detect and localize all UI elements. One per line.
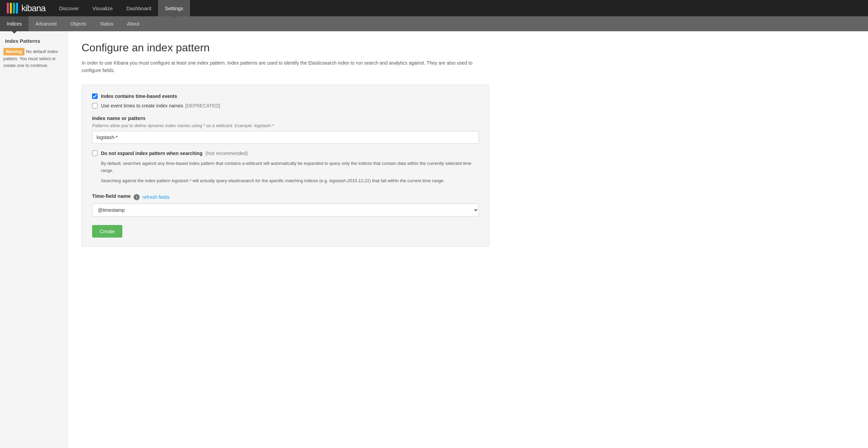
subnav-status[interactable]: Status [93, 16, 120, 31]
expand-desc2: Searching against the index pattern logs… [101, 177, 479, 185]
expand-desc2-italic2: logstash-2015.12.21 [329, 178, 369, 183]
time-field-header: Time-field name i refresh fields [92, 193, 479, 201]
time-based-row: Index contains time-based events [92, 93, 479, 99]
top-navbar: kibana Discover Visualize Dashboard Sett… [0, 0, 868, 16]
time-field-section: Time-field name i refresh fields @timest… [92, 193, 479, 217]
nav-dashboard[interactable]: Dashboard [120, 0, 158, 16]
index-name-hint: Patterns allow you to define dynamic ind… [92, 123, 479, 128]
expand-desc2-middle: will actually query elasticsearch for th… [191, 178, 329, 183]
page-description: In order to use Kibana you must configur… [82, 59, 489, 74]
subnav-objects[interactable]: Objects [64, 16, 93, 31]
info-icon[interactable]: i [134, 194, 140, 200]
logo-bar-blue [16, 3, 18, 14]
subnav-indices[interactable]: Indices [0, 16, 29, 31]
expand-desc2-italic1: logstash-* [172, 178, 191, 183]
kibana-logo: kibana [0, 0, 52, 16]
create-button[interactable]: Create [92, 225, 122, 238]
event-times-checkbox[interactable] [92, 103, 98, 108]
time-based-checkbox[interactable] [92, 93, 98, 99]
kibana-logo-text: kibana [21, 3, 46, 14]
not-expand-section: Do not expand index pattern when searchi… [92, 151, 479, 185]
not-expand-label: Do not expand index pattern when searchi… [101, 151, 248, 156]
index-name-input[interactable] [92, 131, 479, 144]
not-expand-row: Do not expand index pattern when searchi… [92, 151, 479, 156]
time-field-select[interactable]: @timestamp [92, 204, 479, 217]
sidebar-title: Index Patterns [0, 38, 68, 48]
nav-visualize[interactable]: Visualize [86, 0, 120, 16]
nav-discover[interactable]: Discover [52, 0, 86, 16]
top-nav-items: Discover Visualize Dashboard Settings [52, 0, 190, 16]
refresh-fields-link[interactable]: refresh fields [142, 194, 170, 200]
expand-description: By default, searches against any time-ba… [101, 160, 479, 185]
time-based-label[interactable]: Index contains time-based events [101, 93, 177, 99]
sub-navbar: Indices Advanced Objects Status About [0, 16, 868, 31]
main-content: Configure an index pattern In order to u… [68, 31, 868, 448]
form-panel: Index contains time-based events Use eve… [82, 85, 489, 246]
expand-desc1: By default, searches against any time-ba… [101, 160, 479, 174]
logo-bars [7, 3, 18, 14]
subnav-advanced[interactable]: Advanced [29, 16, 63, 31]
deprecated-tag: [DEPRECATED] [185, 103, 220, 108]
time-field-label: Time-field name [92, 193, 131, 199]
expand-desc2-suffix: ) that fall within the current time rang… [369, 178, 445, 183]
main-layout: Index Patterns WarningNo default index p… [0, 31, 868, 448]
expand-desc2-prefix: Searching against the index pattern [101, 178, 172, 183]
warning-badge: Warning [3, 48, 24, 55]
subnav-about[interactable]: About [120, 16, 146, 31]
logo-bar-pink [7, 3, 9, 14]
event-times-label: Use event times to create index names[DE… [101, 103, 220, 108]
page-title: Configure an index pattern [82, 41, 854, 54]
event-times-row: Use event times to create index names[DE… [92, 103, 479, 108]
nav-settings[interactable]: Settings [158, 0, 190, 16]
sidebar: Index Patterns WarningNo default index p… [0, 31, 68, 448]
index-name-label: Index name or pattern [92, 115, 479, 121]
logo-bar-yellow [10, 3, 12, 14]
index-name-section: Index name or pattern Patterns allow you… [92, 115, 479, 144]
logo-bar-teal [13, 3, 15, 14]
warning-box: WarningNo default index pattern. You mus… [3, 48, 64, 69]
no-expand-checkbox[interactable] [92, 151, 98, 156]
not-recommended-tag: (Not recommended) [206, 151, 248, 156]
